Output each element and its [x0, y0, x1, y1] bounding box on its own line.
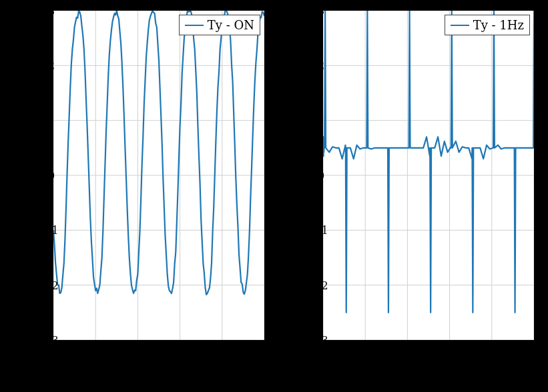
y-axis-label-right: Torque [Nm]	[290, 127, 306, 213]
figure: Ty - ON Ty - 1Hz Torque [Nm] Torque [Nm]…	[0, 0, 548, 392]
left-chart-plot	[53, 11, 264, 340]
x-tick: 0	[320, 345, 326, 358]
legend-left: Ty - ON	[179, 15, 260, 35]
right-chart: Ty - 1Hz	[322, 9, 535, 341]
x-tick: 3	[447, 345, 453, 358]
x-tick: 2	[134, 345, 141, 358]
right-chart-plot	[323, 11, 534, 340]
legend-label: Ty - ON	[208, 18, 254, 32]
legend-label: Ty - 1Hz	[473, 18, 524, 32]
legend-swatch-icon	[451, 25, 469, 26]
x-tick: 4	[489, 345, 495, 358]
x-tick: 2	[404, 345, 410, 358]
x-tick: 5	[261, 345, 268, 358]
x-tick: 5	[531, 345, 537, 358]
legend-right: Ty - 1Hz	[445, 15, 530, 35]
x-tick: 0	[50, 345, 57, 358]
x-axis-label-right: Time [s]	[403, 364, 459, 380]
left-chart: Ty - ON	[52, 9, 266, 341]
x-tick: 1	[92, 345, 99, 358]
y-axis-label-left: Torque [Nm]	[12, 127, 28, 213]
x-axis-label-left: Time [s]	[133, 364, 189, 380]
x-tick: 3	[177, 345, 184, 358]
x-tick: 1	[362, 345, 368, 358]
x-tick: 4	[219, 345, 226, 358]
legend-swatch-icon	[185, 25, 204, 26]
